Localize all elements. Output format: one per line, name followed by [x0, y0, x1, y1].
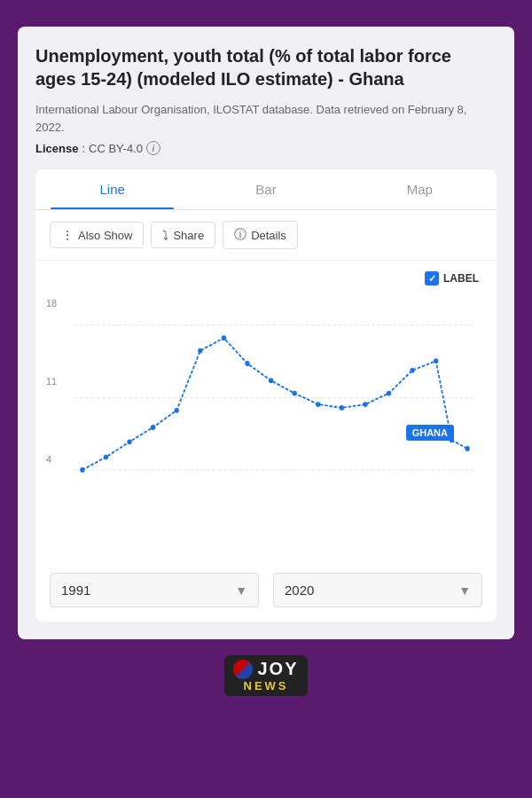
dots-icon: ⋮ — [61, 228, 74, 242]
label-checkbox[interactable] — [425, 271, 439, 286]
svg-point-11 — [269, 378, 273, 383]
svg-point-12 — [292, 391, 296, 396]
svg-point-9 — [222, 335, 226, 340]
svg-point-14 — [340, 405, 344, 411]
svg-point-5 — [127, 439, 131, 444]
svg-point-10 — [245, 361, 249, 366]
line-chart — [74, 278, 475, 491]
svg-point-18 — [434, 358, 438, 364]
svg-point-16 — [387, 391, 391, 396]
svg-point-6 — [151, 425, 155, 430]
end-date-select[interactable]: 2020 ▼ — [273, 573, 482, 607]
toolbar: ⋮ Also Show ⤵ Share ⓘ Details — [35, 210, 497, 261]
start-date-select[interactable]: 1991 ▼ — [50, 573, 259, 607]
start-date-value: 1991 — [61, 583, 90, 598]
license-separator: : — [82, 142, 85, 155]
logo-box: JOY NEWS — [224, 655, 307, 696]
tab-bar[interactable]: Bar — [189, 169, 342, 209]
license-value: CC BY-4.0 — [89, 142, 143, 155]
details-icon: ⓘ — [234, 227, 246, 243]
license-label: License — [35, 142, 78, 155]
svg-point-8 — [198, 348, 202, 354]
also-show-button[interactable]: ⋮ Also Show — [50, 222, 144, 248]
end-date-arrow: ▼ — [458, 583, 471, 598]
tab-line[interactable]: Line — [35, 169, 189, 209]
end-date-value: 2020 — [285, 583, 314, 598]
logo-globe-icon — [233, 660, 253, 679]
chart-area: LABEL 18 11 4 — [35, 261, 497, 562]
date-selectors: 1991 ▼ 2020 ▼ — [35, 562, 497, 622]
y-axis-bottom: 4 — [46, 454, 51, 465]
bottom-logo: JOY NEWS — [224, 655, 307, 696]
y-axis-mid: 11 — [46, 376, 57, 387]
ghana-tooltip: GHANA — [406, 425, 454, 441]
svg-point-3 — [80, 467, 84, 473]
details-button[interactable]: ⓘ Details — [223, 221, 298, 249]
page-title: Unemployment, youth total (% of total la… — [35, 44, 497, 90]
share-button[interactable]: ⤵ Share — [151, 222, 215, 248]
info-icon[interactable]: i — [146, 141, 160, 155]
start-date-arrow: ▼ — [235, 583, 247, 598]
label-badge: LABEL — [425, 271, 479, 286]
svg-point-7 — [175, 408, 179, 413]
main-card: Unemployment, youth total (% of total la… — [18, 27, 514, 639]
y-axis-top: 18 — [46, 298, 57, 309]
svg-point-20 — [465, 446, 469, 451]
license-row: License : CC BY-4.0 i — [35, 141, 497, 155]
svg-point-17 — [410, 368, 414, 373]
svg-point-15 — [363, 402, 367, 407]
logo-news: NEWS — [244, 679, 289, 692]
logo-joy: JOY — [233, 659, 298, 679]
svg-point-4 — [104, 455, 108, 460]
share-icon: ⤵ — [162, 228, 168, 242]
svg-point-13 — [316, 402, 320, 407]
chart-card: Line Bar Map ⋮ Also Show ⤵ Share ⓘ Detai… — [35, 169, 497, 622]
tab-map[interactable]: Map — [343, 169, 497, 209]
source-text: International Labour Organisation, ILOST… — [35, 101, 497, 136]
tabs-row: Line Bar Map — [35, 169, 497, 210]
